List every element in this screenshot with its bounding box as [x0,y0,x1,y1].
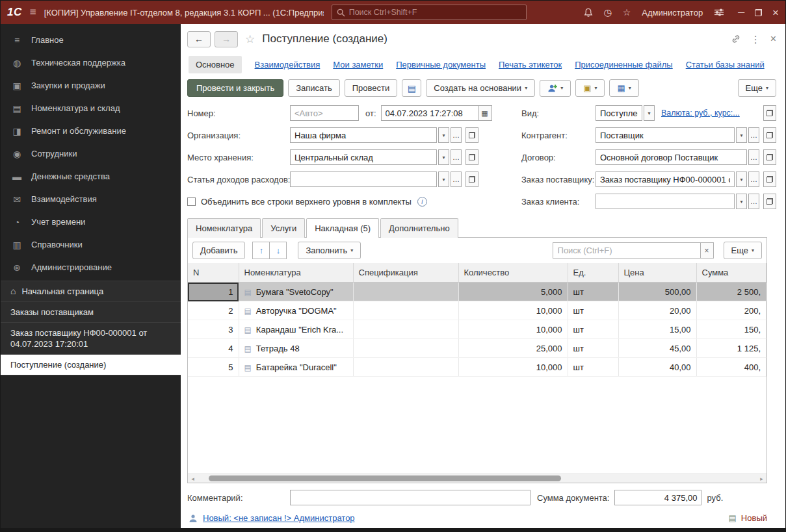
sidebar-item-nomenclature-warehouse[interactable]: ▤Номенклатура и склад [1,97,181,120]
info-icon[interactable]: i [417,197,427,207]
organization-select-button[interactable]: … [451,127,462,143]
sum-cell[interactable]: 150, [696,320,766,339]
quantity-cell[interactable]: 25,000 [458,339,568,358]
history-icon[interactable]: ◷ [604,8,612,17]
write-button[interactable]: Записать [288,79,340,97]
nomenclature-cell[interactable]: ▤Бумага "SvetoCopy" [239,283,353,301]
nav-link-primary-documents[interactable]: Первичные документы [396,60,486,70]
column-header-unit[interactable]: Ед. [568,263,618,283]
specification-cell[interactable] [353,283,458,301]
storage-open-button[interactable] [465,149,478,165]
grid-more-button[interactable]: Еще▾ [724,242,762,259]
more-menu-icon[interactable]: ⋮ [751,34,761,44]
storage-input[interactable] [290,149,437,165]
sidebar-item-money[interactable]: ▬Денежные средства [1,165,181,188]
nav-link-interactions[interactable]: Взаимодействия [255,60,321,70]
supplier-order-input[interactable] [596,171,735,187]
organization-dropdown-button[interactable]: ▾ [438,127,449,143]
client-order-open-button[interactable] [763,194,776,209]
unit-cell[interactable]: шт [568,301,618,320]
add-to-favorites-star-icon[interactable]: ☆ [245,32,255,46]
favorites-star-icon[interactable]: ☆ [623,8,631,17]
column-header-specification[interactable]: Спецификация [353,263,458,283]
nav-link-attached-files[interactable]: Присоединенные файлы [575,60,673,70]
kind-dropdown-button[interactable]: ▾ [644,105,655,121]
global-search-box[interactable] [332,5,527,20]
currency-rate-link[interactable]: Валюта: руб., курс:... [661,108,740,118]
tab-invoice[interactable]: Накладная (5) [306,218,379,238]
row-number-cell[interactable]: 4 [188,339,239,358]
window-item-home[interactable]: ⌂Начальная страница [1,281,181,302]
sidebar-item-employees[interactable]: ◉Сотрудники [1,142,181,165]
move-up-button[interactable]: ↑ [252,242,270,259]
close-document-button[interactable]: × [770,34,776,44]
sidebar-item-main[interactable]: ≡Главное [1,29,181,51]
notifications-bell-icon[interactable] [584,8,593,18]
nomenclature-cell[interactable]: ▤Тетрадь 48 [239,339,353,358]
comment-input[interactable] [290,490,531,505]
show-postings-button[interactable]: ▤ [402,79,421,97]
quantity-cell[interactable]: 5,000 [458,283,568,301]
client-order-input[interactable] [596,194,735,209]
sidebar-item-time-tracking[interactable]: ◔Учет времени [1,210,181,233]
scrollbar-thumb[interactable] [209,475,561,481]
contractor-select-button[interactable]: … [748,127,759,143]
sum-cell[interactable]: 200, [696,301,766,320]
column-header-sum[interactable]: Сумма [696,263,766,283]
sidebar-item-interactions[interactable]: ✉Взаимодействия [1,188,181,210]
sidebar-item-catalogs[interactable]: ▥Справочники [1,233,181,256]
sidebar-item-tech-support[interactable]: ◍Техническая поддержка [1,51,181,74]
specification-cell[interactable] [353,339,458,358]
contract-open-button[interactable] [763,149,776,165]
forward-button[interactable]: → [215,31,238,47]
move-down-button[interactable]: ↓ [269,242,287,259]
column-header-nomenclature[interactable]: Номенклатура [239,263,353,283]
reports-button[interactable]: ▦▾ [609,79,638,97]
document-status-link[interactable]: Новый: <не записан !> Администратор [203,513,355,523]
expense-dropdown-button[interactable]: ▾ [438,171,449,187]
currency-open-button[interactable] [763,105,776,121]
supplier-order-open-button[interactable] [763,171,776,187]
clear-search-button[interactable]: × [701,242,714,259]
sidebar-item-repair-service[interactable]: ◨Ремонт и обслуживание [1,120,181,142]
tab-nomenclature[interactable]: Номенклатура [187,218,261,238]
row-number-cell[interactable]: 5 [188,358,239,377]
create-task-button[interactable]: ▾ [540,80,571,97]
scroll-left-arrow[interactable]: ◂ [188,475,198,482]
tab-services[interactable]: Услуги [262,218,305,238]
row-number-cell[interactable]: 1 [188,283,239,301]
contractor-dropdown-button[interactable]: ▾ [736,127,747,143]
date-picker-button[interactable]: ▦ [478,105,492,121]
specification-cell[interactable] [353,320,458,339]
window-item-supplier-orders[interactable]: Заказы поставщикам [1,302,181,323]
nav-link-knowledge-base[interactable]: Статьи базы знаний [686,60,765,70]
sum-cell[interactable]: 1 125, [696,339,766,358]
price-cell[interactable]: 45,00 [618,339,696,358]
supplier-order-dropdown-button[interactable]: ▾ [736,171,747,187]
close-window-button[interactable]: × [772,7,779,18]
more-commands-button[interactable]: Еще▾ [738,79,776,97]
column-header-quantity[interactable]: Количество [458,263,568,283]
tab-osnovnoe[interactable]: Основное [189,56,242,73]
nomenclature-cell[interactable]: ▤Авторучка "DOGMA" [239,301,353,320]
combine-sets-checkbox[interactable] [187,197,196,206]
create-based-on-button[interactable]: Создать на основании▾ [426,79,535,97]
global-search-input[interactable] [349,8,521,17]
nomenclature-cell[interactable]: ▤Батарейка "Duracell" [239,358,353,377]
quantity-cell[interactable]: 10,000 [458,320,568,339]
back-button[interactable]: ← [187,31,211,47]
grid-search-input[interactable] [553,242,701,259]
table-row[interactable]: 2 ▤Авторучка "DOGMA" 10,000 шт 20,00 200… [188,301,766,320]
window-item-receipt-creation[interactable]: Поступление (создание) [1,355,181,375]
client-order-select-button[interactable]: … [748,194,759,209]
nav-link-my-notes[interactable]: Мои заметки [333,60,383,70]
specification-cell[interactable] [353,301,458,320]
unit-cell[interactable]: шт [568,283,618,301]
client-order-dropdown-button[interactable]: ▾ [736,194,747,209]
main-menu-button[interactable]: ≡ [30,6,36,19]
specification-cell[interactable] [353,358,458,377]
fill-button[interactable]: Заполнить▾ [298,242,361,259]
column-header-n[interactable]: N [188,263,239,283]
contract-select-button[interactable]: … [748,149,759,165]
sidebar-item-purchases-sales[interactable]: ▣Закупки и продажи [1,74,181,97]
